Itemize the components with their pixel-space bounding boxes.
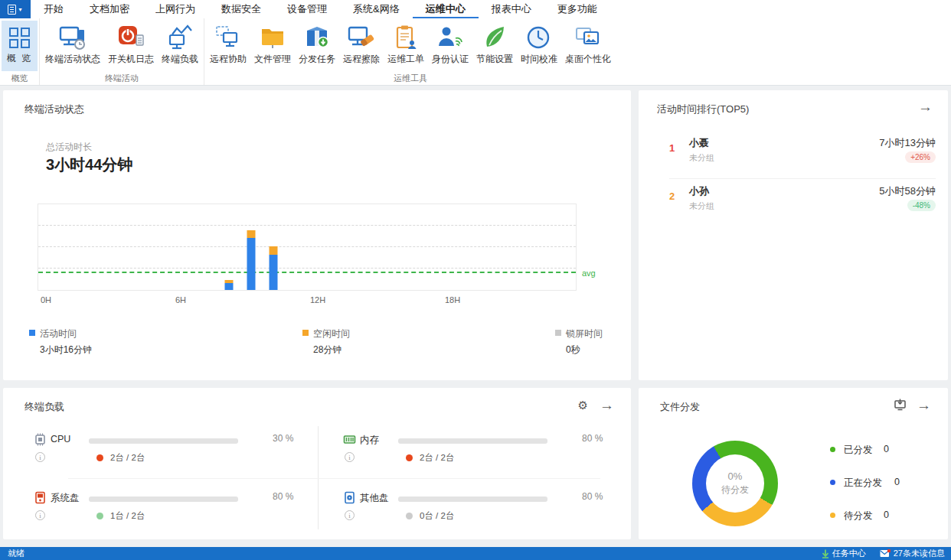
- other-disk-icon: [343, 491, 356, 504]
- avg-line-label: avg: [582, 269, 596, 278]
- task-center-button[interactable]: 任务中心: [822, 548, 866, 559]
- gridline: [38, 246, 576, 247]
- tab-start[interactable]: 开始: [31, 0, 77, 18]
- identity-fingerprint-icon: [436, 23, 464, 52]
- ribbon-item-work-order[interactable]: 运维工单: [384, 20, 428, 67]
- info-icon[interactable]: i: [35, 452, 45, 462]
- monitor-clock-icon: [59, 23, 87, 52]
- legend-swatch-active: [29, 330, 35, 336]
- gridline: [38, 225, 576, 226]
- stacked-bar-hour-8: [224, 280, 233, 290]
- x-tick-label: 18H: [445, 295, 460, 304]
- device-count: 0台 / 2台: [420, 510, 454, 522]
- gear-icon[interactable]: ⚙: [578, 399, 588, 411]
- remote-wipe-icon: [348, 23, 375, 52]
- rank-number: 2: [669, 190, 675, 202]
- rank-user-name: 小聂: [689, 136, 709, 150]
- cpu-progress-bar: [89, 438, 238, 444]
- ribbon-item-identity-auth[interactable]: 身份认证: [428, 20, 472, 67]
- ribbon-group-terminal-activity: 终端活动状态 开关机日志 终端负载 终端活动: [40, 18, 204, 85]
- leaf-icon: [481, 23, 508, 52]
- ribbon-item-energy-saving[interactable]: 节能设置: [472, 20, 517, 67]
- status-dot: [96, 454, 103, 461]
- ribbon-item-power-log[interactable]: 开关机日志: [104, 20, 158, 67]
- tab-system-network[interactable]: 系统&网络: [340, 0, 413, 18]
- avg-line: [38, 272, 576, 273]
- power-log-icon: [117, 23, 145, 52]
- metric-other-disk: 其他盘 80 % i 0台 / 2台: [312, 489, 622, 535]
- distribute-icon[interactable]: [894, 399, 907, 411]
- distribution-donut-chart: 0% 待分发: [692, 441, 778, 526]
- status-ready: 就绪: [0, 548, 25, 559]
- ribbon-item-terminal-load[interactable]: 终端负载: [158, 20, 202, 67]
- monitor-chart-icon: [166, 23, 194, 52]
- system-disk-icon: [34, 491, 47, 504]
- metric-memory: 内存 80 % i 2台 / 2台: [312, 431, 622, 477]
- ribbon-group-ops-tools: 远程协助 文件管理 分发任务 远程擦除 运维工单: [204, 18, 616, 85]
- donut-center-percent: 0%: [728, 470, 743, 482]
- ribbon-item-remote-assist[interactable]: 远程协助: [206, 20, 250, 67]
- folder-icon: [259, 23, 286, 52]
- total-duration-label: 总活动时长: [46, 141, 92, 154]
- info-icon[interactable]: i: [345, 510, 355, 520]
- rank-user-name: 小孙: [689, 184, 709, 198]
- clock-icon: [525, 23, 553, 52]
- ranking-row-2[interactable]: 2 小孙 未分组 5小时58分钟 -48%: [639, 184, 948, 221]
- app-menu-button[interactable]: ▼: [0, 0, 31, 18]
- tab-device-mgmt[interactable]: 设备管理: [274, 0, 340, 18]
- overview-button-label: 概 览: [7, 52, 32, 65]
- device-count: 2台 / 2台: [110, 452, 145, 464]
- more-arrow-icon[interactable]: →: [917, 398, 931, 412]
- more-arrow-icon[interactable]: →: [600, 398, 614, 412]
- status-dot: [406, 513, 413, 519]
- status-dot: [406, 454, 413, 461]
- x-tick-label: 0H: [41, 295, 51, 304]
- ribbon-item-time-sync[interactable]: 时间校准: [517, 20, 561, 67]
- more-arrow-icon[interactable]: →: [918, 99, 933, 114]
- ribbon-group-label-terminal-activity: 终端活动: [40, 73, 204, 84]
- memory-icon: [343, 433, 356, 446]
- info-icon[interactable]: i: [35, 510, 45, 520]
- rank-change-badge: +26%: [905, 151, 936, 163]
- tab-web-behavior[interactable]: 上网行为: [142, 0, 208, 18]
- ranking-row-1[interactable]: 1 小聂 未分组 7小时13分钟 +26%: [639, 136, 948, 173]
- rank-duration: 5小时58分钟: [879, 184, 936, 198]
- donut-center: 0% 待分发: [706, 454, 764, 513]
- rank-number: 1: [669, 142, 675, 154]
- tab-doc-encrypt[interactable]: 文档加密: [77, 0, 142, 18]
- status-dot: [96, 513, 103, 519]
- panel-title: 文件分发: [660, 400, 700, 414]
- ribbon-group-label-ops-tools: 运维工具: [204, 73, 616, 84]
- ribbon-item-distribute-task[interactable]: 分发任务: [295, 20, 339, 67]
- activity-xaxis: 0H6H12H18H: [38, 295, 577, 306]
- tab-ops-center[interactable]: 运维中心: [413, 0, 479, 18]
- panel-title: 终端活动状态: [25, 103, 84, 116]
- legend-swatch-lock: [555, 330, 561, 336]
- panel-title: 活动时间排行(TOP5): [657, 103, 749, 116]
- x-tick-label: 12H: [310, 295, 325, 304]
- unread-messages-button[interactable]: 27条未读信息: [880, 548, 945, 559]
- envelope-icon: [880, 549, 891, 558]
- ribbon-item-desktop-custom[interactable]: 桌面个性化: [561, 20, 615, 67]
- rank-change-badge: -48%: [907, 200, 936, 211]
- tab-data-security[interactable]: 数据安全: [208, 0, 274, 18]
- chevron-down-icon: ▼: [18, 7, 23, 12]
- work-order-icon: [392, 23, 420, 52]
- ribbon-item-remote-wipe[interactable]: 远程擦除: [339, 20, 384, 67]
- device-count: 1台 / 2台: [110, 510, 145, 522]
- overview-grid-icon: [8, 27, 31, 50]
- metric-system-disk: 系统盘 80 % i 1台 / 2台: [3, 489, 312, 535]
- cpu-icon: [34, 433, 47, 446]
- info-icon[interactable]: i: [345, 452, 355, 462]
- rank-user-group: 未分组: [689, 200, 714, 212]
- tab-more-features[interactable]: 更多功能: [544, 0, 610, 18]
- x-tick-label: 6H: [175, 295, 186, 304]
- ribbon-item-activity-status[interactable]: 终端活动状态: [41, 20, 104, 67]
- tab-report-center[interactable]: 报表中心: [479, 0, 544, 18]
- overview-button[interactable]: 概 览: [2, 21, 38, 71]
- activity-plot: [38, 203, 577, 291]
- other-disk-progress-bar: [398, 497, 547, 502]
- rank-duration: 7小时13分钟: [879, 136, 936, 150]
- ribbon-item-file-mgmt[interactable]: 文件管理: [250, 20, 295, 67]
- metric-cpu: CPU 30 % i 2台 / 2台: [3, 431, 312, 477]
